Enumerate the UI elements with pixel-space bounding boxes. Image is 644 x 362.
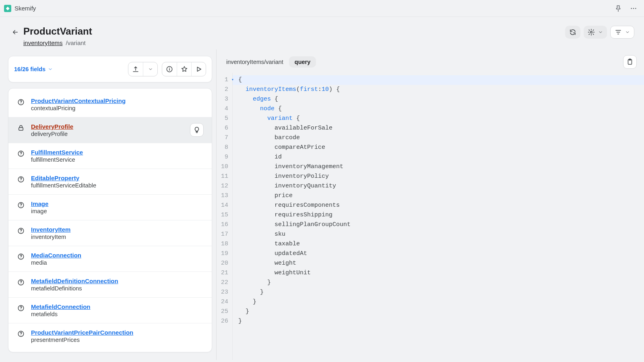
chevron-down-icon — [48, 67, 53, 72]
field-name-label: contextualPricing — [31, 105, 126, 111]
field-name-label: metafields — [31, 311, 91, 317]
field-name-label: image — [31, 208, 48, 214]
settings-button[interactable] — [584, 26, 607, 39]
page-title: ProductVariant — [23, 26, 92, 37]
code-tab-query[interactable]: query — [289, 56, 316, 68]
code-header: inventoryItems/variant query — [217, 49, 644, 73]
export-caret[interactable] — [143, 62, 157, 76]
help-icon — [17, 329, 25, 338]
field-type-link[interactable]: FulfillmentService — [31, 149, 83, 156]
field-row[interactable]: DeliveryProfiledeliveryProfile — [8, 117, 212, 143]
help-icon — [17, 278, 25, 287]
field-type-link[interactable]: Image — [31, 200, 48, 207]
more-icon — [630, 5, 637, 12]
field-row[interactable]: Imageimage — [8, 195, 212, 220]
lightbulb-icon — [193, 126, 200, 134]
more-button[interactable] — [627, 2, 640, 15]
left-column: 16/26 fields ProductVariantContextualPri… — [0, 49, 217, 360]
field-type-link[interactable]: ProductVariantPricePairConnection — [31, 329, 133, 336]
field-row[interactable]: MetafieldConnectionmetafields — [8, 298, 212, 323]
refresh-button[interactable] — [565, 26, 580, 39]
field-name-label: inventoryItem — [31, 234, 70, 240]
field-row-texts: MediaConnectionmedia — [31, 252, 81, 266]
app-name: Skemify — [14, 5, 36, 12]
back-arrow-icon — [12, 29, 19, 36]
field-type-link[interactable]: EditableProperty — [31, 175, 96, 181]
right-column: inventoryItems/variant query 12345678910… — [217, 49, 644, 360]
filter-button[interactable] — [610, 26, 634, 39]
help-icon — [17, 201, 25, 210]
field-row[interactable]: InventoryIteminventoryItem — [8, 220, 212, 246]
play-icon — [195, 66, 202, 73]
gutter: 1234567891011121314151617181920212223242… — [217, 73, 233, 360]
field-row-texts: MetafieldDefinitionConnectionmetafieldDe… — [31, 278, 118, 292]
field-type-link[interactable]: DeliveryProfile — [31, 123, 73, 130]
breadcrumb-tail: /variant — [66, 39, 86, 46]
help-icon — [17, 304, 25, 313]
code-body: { inventoryItems(first:10) { edges { nod… — [233, 73, 644, 360]
field-name-label: fulfillmentServiceEditable — [31, 182, 96, 189]
field-name-label: presentmentPrices — [31, 337, 133, 343]
field-list: ProductVariantContextualPricingcontextua… — [8, 88, 212, 352]
chevron-down-icon — [148, 67, 153, 72]
info-icon — [166, 66, 173, 73]
help-icon — [17, 175, 25, 184]
breadcrumb-link[interactable]: inventoryItems — [23, 39, 63, 46]
field-type-link[interactable]: MetafieldDefinitionConnection — [31, 278, 118, 284]
back-button[interactable] — [10, 27, 21, 38]
field-row-texts: FulfillmentServicefulfillmentService — [31, 149, 83, 163]
breadcrumb: inventoryItems /variant — [23, 39, 92, 46]
hint-button[interactable] — [190, 123, 204, 137]
field-row[interactable]: FulfillmentServicefulfillmentService — [8, 143, 212, 169]
clipboard-icon — [626, 58, 634, 66]
window-titlebar: ◆ Skemify — [0, 0, 644, 17]
field-row-texts: EditablePropertyfulfillmentServiceEditab… — [31, 175, 96, 189]
run-button[interactable] — [191, 62, 206, 76]
app-icon: ◆ — [4, 5, 11, 12]
field-name-label: metafieldDefinitions — [31, 285, 118, 292]
pin-button[interactable] — [612, 2, 625, 15]
field-counter-label: 16/26 fields — [14, 66, 45, 72]
gear-icon — [588, 29, 595, 36]
field-row[interactable]: MediaConnectionmedia — [8, 246, 212, 272]
chevron-down-icon — [625, 30, 630, 35]
lock-icon — [17, 123, 25, 132]
field-row-texts: MetafieldConnectionmetafields — [31, 303, 91, 317]
upload-icon — [132, 66, 139, 73]
field-name-label: deliveryProfile — [31, 131, 73, 137]
field-row[interactable]: ProductVariantPricePairConnectionpresent… — [8, 323, 212, 349]
field-row-texts: ProductVariantContextualPricingcontextua… — [31, 97, 126, 111]
chevron-down-icon — [598, 30, 603, 35]
field-row-texts: ProductVariantPricePairConnectionpresent… — [31, 329, 133, 343]
filter-icon — [615, 29, 622, 36]
info-button[interactable] — [162, 62, 177, 76]
field-type-link[interactable]: MetafieldConnection — [31, 303, 91, 310]
actions-button-group — [162, 62, 206, 76]
field-type-link[interactable]: InventoryItem — [31, 226, 70, 233]
field-row-texts: DeliveryProfiledeliveryProfile — [31, 123, 73, 137]
field-row-texts: Imageimage — [31, 200, 48, 214]
pin-icon — [615, 5, 622, 12]
export-button[interactable] — [128, 62, 143, 76]
help-icon — [17, 226, 25, 235]
field-row[interactable]: ProductVariantContextualPricingcontextua… — [8, 92, 212, 117]
field-row[interactable]: EditablePropertyfulfillmentServiceEditab… — [8, 169, 212, 195]
help-icon — [17, 98, 25, 107]
field-type-link[interactable]: MediaConnection — [31, 252, 81, 259]
field-counter[interactable]: 16/26 fields — [14, 66, 53, 72]
field-name-label: fulfillmentService — [31, 156, 83, 163]
field-type-link[interactable]: ProductVariantContextualPricing — [31, 97, 126, 104]
copy-button[interactable] — [623, 55, 637, 69]
field-controls-card: 16/26 fields — [8, 56, 212, 82]
code-path: inventoryItems/variant — [226, 59, 283, 65]
star-button[interactable] — [177, 62, 191, 76]
help-icon — [17, 149, 25, 158]
field-name-label: media — [31, 259, 81, 266]
field-row[interactable]: MetafieldDefinitionConnectionmetafieldDe… — [8, 272, 212, 298]
code-editor[interactable]: 1234567891011121314151617181920212223242… — [217, 73, 644, 360]
star-icon — [181, 66, 188, 73]
refresh-icon — [569, 29, 576, 36]
main: 16/26 fields ProductVariantContextualPri… — [0, 49, 644, 360]
help-icon — [17, 252, 25, 261]
page-header: ProductVariant inventoryItems /variant — [0, 17, 644, 49]
